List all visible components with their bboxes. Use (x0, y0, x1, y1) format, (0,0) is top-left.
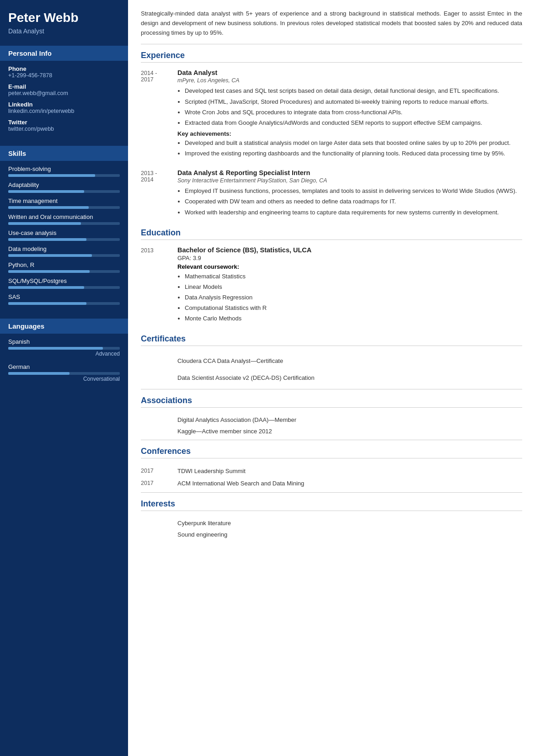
contact-email-value: peter.webb@gmail.com (8, 90, 120, 96)
coursework-label: Relevant coursework: (177, 263, 522, 270)
certificate-item: Cloudera CCA Data Analyst—Certificate (141, 352, 522, 369)
entry-date: 2013 (141, 246, 177, 326)
language-item: German Conversational (8, 363, 120, 382)
contact-twitter-label: Twitter (8, 119, 120, 126)
personal-info-section-title: Personal Info (0, 46, 128, 61)
skill-item: SQL/MySQL/Postgres (8, 277, 120, 289)
skill-name: Use-case analysis (8, 229, 120, 236)
skill-item: SAS (8, 293, 120, 305)
skill-item: Python, R (8, 261, 120, 273)
list-item: Computational Statistics with R (185, 303, 522, 313)
skill-name: Python, R (8, 261, 120, 268)
contact-phone-label: Phone (8, 65, 120, 72)
interest-item: Sound engineering (141, 529, 522, 540)
list-item: Scripted (HTML, JavaScript, Stored Proce… (185, 97, 522, 106)
skill-bar-fill (8, 302, 86, 305)
certificates-container: Cloudera CCA Data Analyst—CertificateDat… (141, 352, 522, 389)
entry-body: Data Analyst & Reporting Specialist Inte… (177, 169, 522, 219)
list-item: Monte Carlo Methods (185, 314, 522, 323)
skill-name: Problem-solving (8, 165, 120, 172)
list-item: Improved the existing reporting dashboar… (185, 149, 522, 158)
language-item: Spanish Advanced (8, 338, 120, 357)
language-bar-background (8, 347, 120, 350)
contact-linkedin-label: LinkedIn (8, 101, 120, 108)
skill-name: Written and Oral communication (8, 213, 120, 220)
entry-subtitle: Sony Interactive Entertainment PlayStati… (177, 177, 522, 184)
entry-date: 2013 - 2014 (141, 169, 177, 219)
contact-email: E-mail peter.webb@gmail.com (8, 83, 120, 96)
sidebar: Peter Webb Data Analyst Personal Info Ph… (0, 0, 128, 756)
contact-twitter-value: twitter.com/pwebb (8, 126, 120, 132)
language-level: Advanced (8, 351, 120, 357)
skill-bar-fill (8, 286, 84, 289)
languages-section-title: Languages (0, 319, 128, 334)
skill-bar-background (8, 254, 120, 257)
skill-item: Use-case analysis (8, 229, 120, 241)
conference-year: 2017 (141, 468, 177, 474)
skill-bar-fill (8, 254, 92, 257)
skill-item: Written and Oral communication (8, 213, 120, 225)
skill-bar-background (8, 190, 120, 193)
interests-section-title: Interests (141, 499, 522, 511)
list-item: Wrote Cron Jobs and SQL procedures to in… (185, 108, 522, 117)
skill-bar-background (8, 206, 120, 209)
list-item: Mathematical Statistics (185, 272, 522, 281)
associations-section-title: Associations (141, 396, 522, 408)
list-item: Employed IT business functions, processe… (185, 186, 522, 196)
education-container: 2013 Bachelor of Science (BS), Statistic… (141, 246, 522, 326)
education-entry: 2013 Bachelor of Science (BS), Statistic… (141, 246, 522, 326)
skill-item: Time management (8, 197, 120, 209)
list-item: Developed and built a statistical analys… (185, 138, 522, 148)
skill-bar-background (8, 270, 120, 273)
entry-title: Bachelor of Science (BS), Statistics, UL… (177, 246, 522, 254)
interest-item: Cyberpunk literature (141, 517, 522, 529)
skills-content: Problem-solving Adaptability Time manage… (0, 161, 128, 314)
skill-bar-fill (8, 270, 90, 273)
conference-year: 2017 (141, 480, 177, 487)
experience-container: 2014 - 2017 Data Analyst mPyre, Los Ange… (141, 69, 522, 219)
skill-item: Adaptability (8, 181, 120, 193)
interests-container: Cyberpunk literatureSound engineering (141, 517, 522, 540)
skills-section-title: Skills (0, 146, 128, 161)
list-item: Linear Models (185, 282, 522, 292)
conferences-container: 2017 TDWI Leadership Summit 2017 ACM Int… (141, 465, 522, 493)
skill-bar-background (8, 222, 120, 225)
list-item: Data Analysis Regression (185, 293, 522, 302)
association-item: Digital Analytics Association (DAA)—Memb… (141, 414, 522, 426)
skill-bar-background (8, 302, 120, 305)
language-bar-fill (8, 347, 103, 350)
sidebar-header: Peter Webb Data Analyst (0, 0, 128, 41)
skill-bar-fill (8, 238, 86, 241)
skill-name: SAS (8, 293, 120, 300)
education-section-title: Education (141, 228, 522, 240)
contact-twitter: Twitter twitter.com/pwebb (8, 119, 120, 132)
certificates-section-title: Certificates (141, 334, 522, 346)
contact-phone-value: +1-299-456-7878 (8, 72, 120, 79)
entry-body: Data Analyst mPyre, Los Angeles, CA Deve… (177, 69, 522, 161)
conferences-section-title: Conferences (141, 447, 522, 458)
language-level: Conversational (8, 376, 120, 382)
skill-name: Time management (8, 197, 120, 204)
conference-name: ACM International Web Search and Data Mi… (177, 480, 522, 487)
languages-content: Spanish Advanced German Conversational (0, 334, 128, 393)
skill-name: SQL/MySQL/Postgres (8, 277, 120, 284)
achievements-label: Key achievements: (177, 130, 522, 137)
language-bar-fill (8, 372, 70, 375)
skill-name: Adaptability (8, 181, 120, 188)
skill-item: Problem-solving (8, 165, 120, 177)
skill-item: Data modeling (8, 245, 120, 257)
list-item: Developed test cases and SQL test script… (185, 86, 522, 96)
conference-item: 2017 ACM International Web Search and Da… (141, 477, 522, 490)
language-bar-background (8, 372, 120, 375)
skill-bar-fill (8, 174, 95, 177)
candidate-name: Peter Webb (8, 10, 120, 26)
experience-entry: 2013 - 2014 Data Analyst & Reporting Spe… (141, 169, 522, 219)
entry-title: Data Analyst & Reporting Specialist Inte… (177, 169, 522, 176)
skill-bar-fill (8, 190, 84, 193)
association-item: Kaggle—Active member since 2012 (141, 426, 522, 437)
list-item: Worked with leadership and engineering t… (185, 208, 522, 217)
entry-title: Data Analyst (177, 69, 522, 76)
conference-name: TDWI Leadership Summit (177, 468, 522, 474)
skill-name: Data modeling (8, 245, 120, 252)
gpa: GPA: 3.9 (177, 255, 522, 261)
